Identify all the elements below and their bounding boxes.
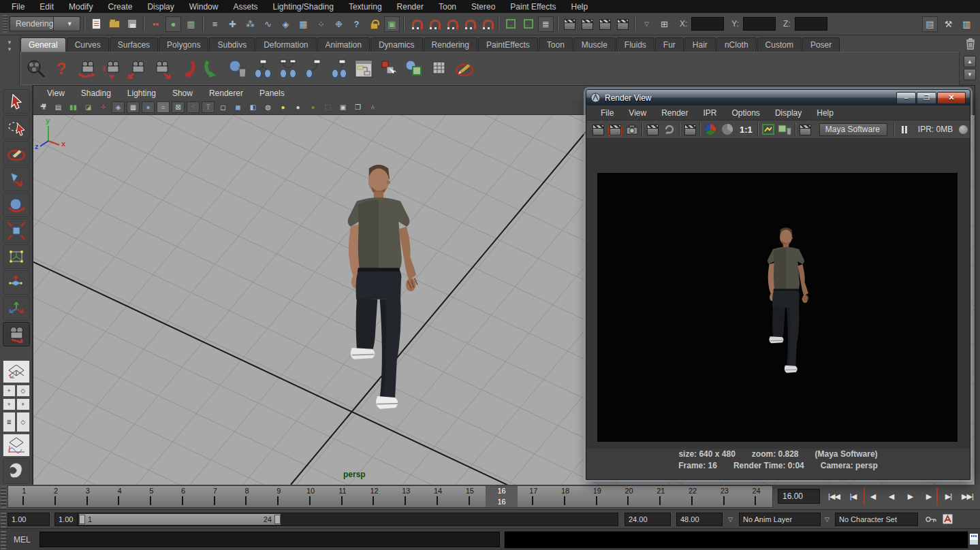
play-forwards-button[interactable]: ▶ [902, 487, 919, 505]
menu-assets[interactable]: Assets [225, 2, 265, 12]
animation-start-field[interactable] [7, 513, 50, 526]
toolbar-grip[interactable] [3, 15, 7, 33]
field-options-icon[interactable]: ▽ [639, 16, 654, 32]
current-time-field[interactable] [778, 489, 820, 504]
joint-xray-icon[interactable]: ⑃ [366, 101, 379, 113]
select-by-component-icon[interactable]: ▦ [183, 16, 199, 32]
shelf-tab-muscle[interactable]: Muscle [573, 37, 616, 52]
bookmark-icon[interactable]: ▮▮ [67, 101, 80, 113]
panel-menu-show[interactable]: Show [164, 88, 201, 98]
rgb-channels-icon[interactable] [703, 122, 718, 137]
safe-title-icon[interactable]: T [202, 101, 215, 113]
layout-persp-outliner-button[interactable]: ≣◇ [3, 412, 30, 432]
shelf-tab-deformation[interactable]: Deformation [255, 37, 316, 52]
rotate-tool[interactable] [3, 193, 30, 217]
time-slider-grip[interactable] [1, 487, 6, 508]
step-forward-frame-button[interactable]: ▶| [940, 487, 957, 505]
close-button[interactable]: ✕ [937, 92, 966, 104]
ipr-render-icon[interactable] [597, 16, 613, 32]
frame-4[interactable]: 4 [104, 486, 136, 507]
shelf-tab-poser[interactable]: Poser [802, 37, 840, 52]
image-plane-icon[interactable]: ◪ [82, 101, 95, 113]
tumble-camera-icon[interactable]: 🎥︎ [37, 101, 50, 113]
save-scene-icon[interactable] [124, 16, 140, 32]
set-key-icon[interactable] [926, 515, 937, 523]
shelf-scroll-down-icon[interactable]: ▼ [964, 69, 976, 80]
shelf-tab-hair[interactable]: Hair [684, 37, 716, 52]
layout-four-pane-button[interactable]: +◇ [3, 385, 30, 397]
frame-20[interactable]: 20 [613, 486, 645, 507]
new-scene-icon[interactable] [89, 16, 104, 32]
go-to-playback-start-button[interactable]: |◀◀ [825, 487, 842, 505]
paint-select-tool[interactable] [3, 141, 30, 165]
default-light-icon[interactable]: ● [291, 101, 304, 113]
magnet-point-icon[interactable] [443, 16, 459, 32]
rv-menu-view[interactable]: View [621, 108, 654, 118]
textured-icon[interactable]: ◧ [247, 101, 259, 113]
render-settings-icon[interactable] [615, 16, 631, 32]
frame-19[interactable]: 19 [582, 486, 614, 507]
ipr-render-icon[interactable] [645, 122, 660, 137]
last-tool-camera[interactable] [3, 322, 30, 346]
resolution-gate-icon[interactable]: ● [142, 101, 155, 113]
shelf-tab-subdivs[interactable]: Subdivs [209, 37, 255, 52]
no-lights-icon[interactable]: ● [306, 101, 319, 113]
snap-mode-icon[interactable]: ⊞ [657, 16, 672, 32]
shelf-tab-curves[interactable]: Curves [67, 37, 109, 52]
output-connections-icon[interactable]: ← [520, 16, 536, 32]
menu-window[interactable]: Window [182, 2, 226, 12]
rv-menu-file[interactable]: File [593, 108, 621, 118]
layout-four-pane-button2[interactable]: ++ [3, 398, 30, 410]
menu-render[interactable]: Render [390, 2, 431, 12]
snap-to-grid-icon[interactable]: ✚ [225, 16, 240, 32]
render-view-titlebar[interactable]: Render View – ❐ ✕ [586, 90, 970, 106]
shaded-icon[interactable]: ◼ [232, 101, 244, 113]
snap-to-joint-icon[interactable]: ⁂ [242, 16, 258, 32]
layout-persp-graph-button[interactable] [3, 434, 30, 457]
separate-panel-icon[interactable]: ❐ [351, 101, 364, 113]
frame-10[interactable]: 10 [295, 486, 327, 507]
menu-stereo[interactable]: Stereo [464, 2, 503, 12]
step-back-key-button[interactable]: ◀ [864, 487, 881, 505]
menu-texturing[interactable]: Texturing [341, 2, 390, 12]
emitter-icon[interactable]: ❉ [331, 16, 347, 32]
rv-menu-help[interactable]: Help [809, 108, 841, 118]
camera-track-icon[interactable] [100, 57, 123, 80]
remove-image-icon[interactable] [778, 122, 793, 137]
playback-range-bar[interactable]: 1 24 [79, 514, 281, 525]
x-coord-field[interactable] [691, 17, 724, 31]
shelf-tab-rendering[interactable]: Rendering [424, 37, 477, 52]
shelf-tab-painteffects[interactable]: PaintEffects [478, 37, 538, 52]
play-backwards-button[interactable]: ◀ [883, 487, 900, 505]
magnet-center-icon[interactable] [461, 16, 477, 32]
menu-modify[interactable]: Modify [61, 2, 100, 12]
minimize-button[interactable]: – [896, 92, 916, 104]
animation-end-field[interactable] [676, 513, 723, 526]
display-real-size-icon[interactable] [761, 122, 776, 137]
go-to-playback-end-button[interactable]: ▶▶| [959, 487, 976, 505]
refresh-ipr-icon[interactable] [662, 122, 677, 137]
select-by-hierarchy-icon[interactable]: ▪▪ [148, 16, 163, 32]
frame-9[interactable]: 9 [263, 486, 295, 507]
set-driven-key-icon[interactable] [377, 57, 400, 80]
delete-unused-icon[interactable] [226, 57, 249, 80]
group-nodes-icon[interactable] [276, 57, 300, 80]
move-tool[interactable] [3, 167, 30, 191]
select-by-object-icon[interactable]: ● [165, 16, 181, 32]
hypergraph-layout-button[interactable] [3, 458, 30, 484]
shelf-tab-toon[interactable]: Toon [539, 37, 573, 52]
render-view-image-area[interactable] [586, 139, 970, 449]
panel-menu-shading[interactable]: Shading [73, 88, 119, 98]
particles-icon[interactable]: ⁘ [313, 16, 329, 32]
alpha-channel-icon[interactable] [720, 122, 735, 137]
region-render-icon[interactable] [682, 122, 697, 137]
input-connections-icon[interactable]: → [503, 16, 518, 32]
anim-layer-selector[interactable]: No Anim Layer [739, 513, 821, 526]
universal-manipulator-tool[interactable] [3, 244, 30, 269]
film-gate-icon[interactable]: ▦ [127, 101, 140, 113]
frame-22[interactable]: 22 [677, 486, 709, 507]
panel-menu-renderer[interactable]: Renderer [201, 88, 251, 98]
tool-settings-toggle-icon[interactable]: ⚒ [941, 16, 956, 32]
camera-attributes-icon[interactable]: ▤ [52, 101, 65, 113]
magnet-grid-icon[interactable] [408, 16, 424, 32]
